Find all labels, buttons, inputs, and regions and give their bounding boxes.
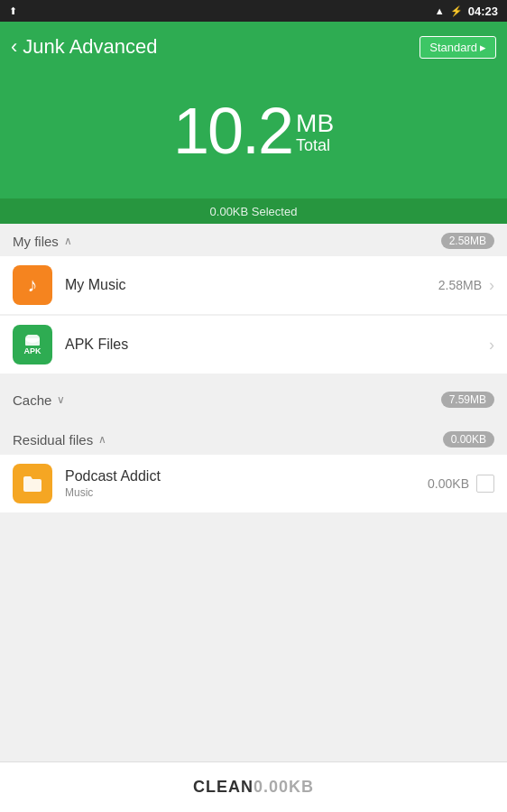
residual-title: Residual files — [13, 432, 93, 448]
clean-label: CLEAN — [193, 778, 254, 797]
hero-unit: MB — [296, 111, 334, 136]
podcast-checkbox[interactable] — [476, 475, 494, 493]
podcast-size: 0.00KB — [428, 476, 469, 491]
clean-size: 0.00KB — [254, 778, 314, 797]
status-time: 04:23 — [468, 5, 498, 18]
selected-kb: 0.00KB — [210, 205, 249, 218]
back-button[interactable]: ‹ — [11, 35, 17, 59]
standard-label: Standard — [429, 41, 477, 54]
folder-icon — [22, 474, 43, 494]
header-left: ‹ Junk Advanced — [11, 35, 158, 59]
my-music-chevron-right: › — [489, 276, 494, 295]
apk-files-item[interactable]: APK APK Files › — [0, 316, 507, 374]
cache-badge: 7.59MB — [441, 392, 494, 408]
selected-bar: 0.00KB Selected — [0, 198, 507, 224]
my-music-icon: ♪ — [13, 265, 52, 305]
selected-suffix: Selected — [248, 205, 297, 218]
status-bar-left: ⬆ — [9, 5, 17, 17]
my-music-name: My Music — [65, 277, 438, 293]
apk-name: APK Files — [65, 337, 489, 353]
cache-title: Cache — [13, 392, 51, 408]
page-title: Junk Advanced — [23, 35, 157, 59]
selected-text: 0.00KB Selected — [210, 205, 298, 218]
cache-section-header[interactable]: Cache ∨ 7.59MB — [0, 383, 507, 415]
apk-right: › — [489, 336, 494, 355]
my-music-info: My Music — [65, 277, 438, 293]
podcast-right: 0.00KB — [428, 475, 494, 493]
app-header: ‹ Junk Advanced Standard ▸ — [0, 22, 507, 72]
cache-header-left: Cache ∨ — [13, 392, 65, 408]
battery-icon: ⚡ — [450, 5, 463, 17]
hero-unit-block: MB Total — [296, 111, 334, 163]
hero-number: 10.2 — [173, 98, 292, 163]
podcast-addict-item[interactable]: Podcast Addict Music 0.00KB — [0, 455, 507, 512]
my-music-right: 2.58MB › — [438, 276, 494, 295]
wifi-icon: ▲ — [435, 5, 445, 16]
status-bar: ⬆ ▲ ⚡ 04:23 — [0, 0, 507, 22]
podcast-info: Podcast Addict Music — [65, 468, 428, 499]
music-note-icon: ♪ — [28, 273, 38, 297]
podcast-icon — [13, 464, 52, 503]
android-icon — [23, 335, 41, 347]
divider-2 — [0, 415, 507, 422]
content-area: My files ∧ 2.58MB ♪ My Music 2.58MB › AP… — [0, 224, 507, 512]
apk-chevron-right: › — [489, 336, 494, 355]
standard-badge[interactable]: Standard ▸ — [419, 36, 496, 59]
standard-chevron: ▸ — [480, 41, 486, 54]
status-bar-right: ▲ ⚡ 04:23 — [435, 5, 498, 18]
apk-label: APK — [23, 347, 41, 355]
section-header-left: My files ∧ — [13, 234, 72, 249]
podcast-sub: Music — [65, 486, 428, 499]
my-files-title: My files — [13, 234, 59, 249]
residual-header-left: Residual files ∧ — [13, 432, 106, 448]
hero-total: Total — [296, 136, 330, 156]
clean-button[interactable]: CLEAN 0.00KB — [0, 761, 507, 812]
apk-info: APK Files — [65, 337, 489, 353]
hero-size-display: 10.2 MB Total — [173, 98, 334, 163]
cache-chevron: ∨ — [57, 393, 65, 406]
residual-badge: 0.00KB — [443, 431, 494, 448]
my-files-badge: 2.58MB — [441, 233, 494, 249]
podcast-name: Podcast Addict — [65, 468, 428, 484]
divider-1 — [0, 375, 507, 383]
residual-chevron: ∧ — [98, 433, 106, 446]
residual-section-header[interactable]: Residual files ∧ 0.00KB — [0, 422, 507, 455]
apk-icon-inner: APK — [23, 335, 41, 355]
svg-rect-1 — [25, 338, 40, 346]
usb-icon: ⬆ — [9, 5, 17, 17]
my-files-chevron: ∧ — [64, 235, 72, 247]
my-music-item[interactable]: ♪ My Music 2.58MB › — [0, 256, 507, 315]
apk-icon: APK — [13, 325, 52, 364]
my-files-section-header[interactable]: My files ∧ 2.58MB — [0, 224, 507, 256]
my-music-size: 2.58MB — [438, 278, 482, 292]
hero-section: 10.2 MB Total — [0, 72, 507, 198]
